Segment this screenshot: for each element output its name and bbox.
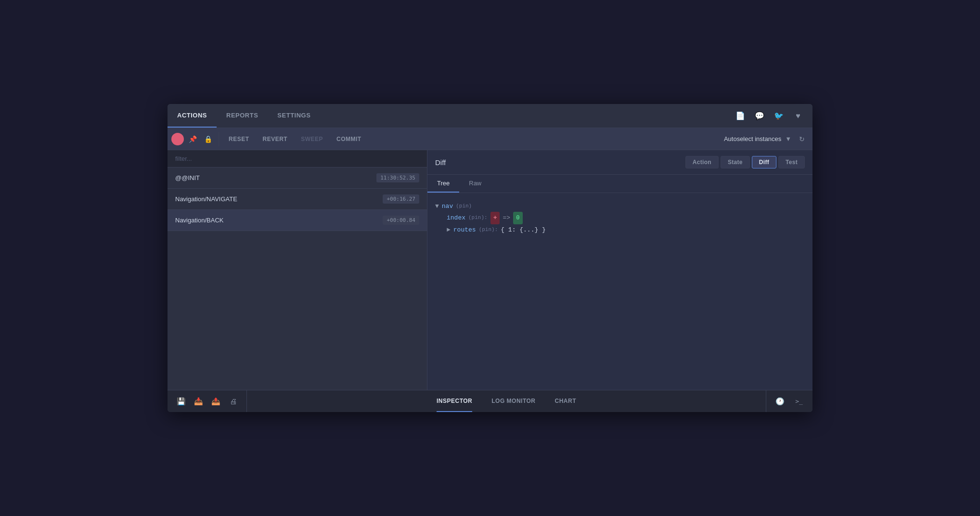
print-icon[interactable]: 🖨 [225, 394, 241, 409]
heart-icon[interactable]: ♥ [791, 109, 805, 123]
download-icon[interactable]: 📥 [191, 394, 206, 409]
record-button[interactable] [171, 133, 184, 145]
pin-button[interactable]: 📌 [186, 132, 199, 146]
refresh-button[interactable]: ↻ [795, 132, 809, 146]
twitter-icon[interactable]: 🐦 [772, 109, 786, 123]
bottom-bar: 💾 📥 📤 🖨 INSPECTOR LOG MONITOR CHART 🕐 >_ [168, 390, 812, 412]
right-panel-header: Diff Action State Diff Test [427, 150, 812, 175]
bottom-tab-chart[interactable]: CHART [555, 391, 577, 412]
tree-from-value: + [490, 212, 500, 224]
autoselect-dropdown[interactable]: ▼ [785, 135, 791, 142]
action-name: @@INIT [175, 174, 200, 181]
tree-key-routes: routes [453, 224, 476, 235]
action-item[interactable]: @@INIT 11:30:52.35 [168, 168, 427, 189]
top-nav-left: ACTIONS REPORTS SETTINGS [168, 104, 734, 128]
action-time: +00:00.84 [383, 216, 419, 225]
toolbar-left: 📌 🔒 RESET REVERT SWEEP COMMIT [171, 132, 367, 146]
sub-tabs: Tree Raw [427, 175, 812, 193]
diff-content: ▼ nav (pin) index (pin): + => 0 ► routes… [427, 193, 812, 390]
history-icon[interactable]: 🕐 [772, 394, 787, 409]
tab-diff[interactable]: Diff [752, 156, 776, 168]
subtab-tree[interactable]: Tree [427, 175, 459, 193]
collapse-arrow-icon[interactable]: ▼ [435, 201, 439, 212]
action-name: Navigation/BACK [175, 217, 223, 224]
terminal-icon[interactable]: >_ [791, 394, 807, 409]
revert-button[interactable]: REVERT [257, 133, 294, 145]
toolbar: 📌 🔒 RESET REVERT SWEEP COMMIT Autoselect… [168, 128, 812, 150]
filter-input[interactable] [168, 150, 427, 168]
commit-button[interactable]: COMMIT [331, 133, 367, 145]
action-name: Navigation/NAVIGATE [175, 195, 237, 203]
tab-test[interactable]: Test [778, 156, 805, 168]
top-nav-right: 📄 💬 🐦 ♥ [734, 104, 812, 128]
main-content: @@INIT 11:30:52.35 Navigation/NAVIGATE +… [168, 150, 812, 390]
autoselect-label: Autoselect instances [724, 135, 781, 142]
chevron-down-icon: ▼ [785, 135, 791, 142]
expand-arrow-icon[interactable]: ► [447, 224, 451, 235]
tree-meta-index: (pin): [468, 213, 488, 223]
upload-icon[interactable]: 📤 [208, 394, 223, 409]
bottom-right-icons: 🕐 >_ [766, 390, 812, 412]
diff-title: Diff [435, 158, 446, 167]
action-time: +00:16.27 [383, 194, 419, 204]
action-item[interactable]: Navigation/BACK +00:00.84 [168, 210, 427, 231]
tree-row-nav[interactable]: ▼ nav (pin) [435, 201, 805, 212]
tree-to-value: 0 [513, 212, 523, 224]
tree-row-index[interactable]: index (pin): + => 0 [435, 212, 805, 224]
bottom-tab-inspector[interactable]: INSPECTOR [437, 391, 472, 412]
tree-meta-nav: (pin) [456, 202, 472, 211]
sweep-button[interactable]: SWEEP [295, 133, 329, 145]
tab-actions[interactable]: ACTIONS [168, 104, 217, 128]
lock-button[interactable]: 🔒 [201, 132, 215, 146]
top-nav: ACTIONS REPORTS SETTINGS 📄 💬 🐦 ♥ [168, 104, 812, 128]
bottom-tab-log-monitor[interactable]: LOG MONITOR [491, 391, 535, 412]
tab-reports[interactable]: REPORTS [217, 104, 268, 128]
tree-key-nav: nav [442, 201, 453, 212]
tree-row-routes[interactable]: ► routes (pin): { 1: {...} } [435, 224, 805, 235]
tab-settings[interactable]: SETTINGS [268, 104, 320, 128]
tree-value-routes: { 1: {...} } [501, 224, 546, 235]
document-icon[interactable]: 📄 [734, 109, 747, 123]
comment-icon[interactable]: 💬 [753, 109, 766, 123]
action-item[interactable]: Navigation/NAVIGATE +00:16.27 [168, 189, 427, 210]
tab-action[interactable]: Action [685, 156, 719, 168]
app-window: ACTIONS REPORTS SETTINGS 📄 💬 🐦 ♥ 📌 🔒 RES… [168, 104, 812, 412]
tab-state[interactable]: State [721, 156, 750, 168]
right-tabs: Action State Diff Test [685, 156, 805, 168]
tree-meta-routes: (pin): [479, 225, 498, 235]
subtab-raw[interactable]: Raw [459, 175, 491, 193]
arrow-symbol-icon: => [503, 212, 510, 223]
bottom-tabs: INSPECTOR LOG MONITOR CHART [247, 391, 766, 412]
bottom-left-icons: 💾 📥 📤 🖨 [168, 390, 247, 412]
right-panel: Diff Action State Diff Test Tree Raw ▼ n… [427, 150, 812, 390]
reset-button[interactable]: RESET [223, 133, 255, 145]
action-list: @@INIT 11:30:52.35 Navigation/NAVIGATE +… [168, 168, 427, 390]
left-panel: @@INIT 11:30:52.35 Navigation/NAVIGATE +… [168, 150, 427, 390]
action-time: 11:30:52.35 [376, 173, 419, 182]
save-icon[interactable]: 💾 [173, 394, 189, 409]
tree-key-index: index [447, 212, 465, 223]
toolbar-right: Autoselect instances ▼ ↻ [724, 132, 809, 146]
toolbar-separator [219, 132, 219, 146]
